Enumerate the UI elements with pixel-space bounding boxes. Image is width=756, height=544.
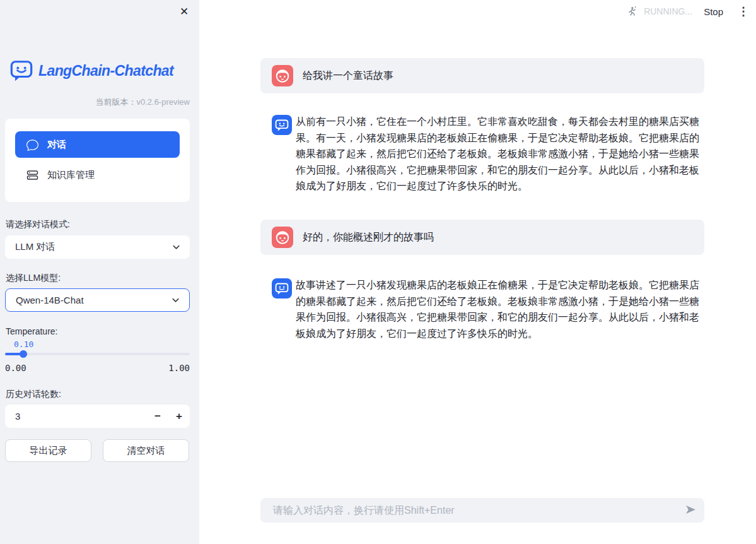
sidebar-item-knowledge-base[interactable]: 知识库管理 (15, 160, 180, 189)
send-button[interactable] (680, 500, 701, 521)
slider-max: 1.00 (168, 363, 190, 373)
chat-input-bar (260, 498, 704, 523)
status-text: RUNNING... (644, 6, 692, 16)
message-text: 故事讲述了一只小猪发现糖果店的老板娘正在偷糖果，于是它决定帮助老板娘。它把糖果店… (296, 277, 703, 341)
assistant-avatar-icon (272, 115, 292, 135)
menu-item-label: 对话 (47, 139, 66, 151)
chevron-down-icon (171, 295, 180, 305)
llm-model-label: 选择LLM模型: (6, 273, 61, 284)
increment-button[interactable]: + (168, 405, 190, 428)
sidebar: ✕ LangChain-Chatchat 当前版本：v0.2.6-preview (0, 0, 199, 544)
user-message: 好的，你能概述刚才的故事吗 (260, 220, 704, 255)
app-title: LangChain-Chatchat (38, 62, 173, 80)
message-text: 给我讲一个童话故事 (303, 68, 393, 84)
send-icon (684, 503, 697, 518)
decrement-button[interactable]: − (147, 405, 168, 428)
history-rounds-label: 历史对话轮数: (6, 389, 61, 400)
user-message: 给我讲一个童话故事 (260, 58, 704, 93)
message-text: 从前有一只小猪，它住在一个小村庄里。它非常喜欢吃甜食，每天都会去村里的糖果店买糖… (296, 114, 703, 194)
chat-input[interactable] (260, 498, 664, 523)
close-sidebar-button[interactable]: ✕ (177, 5, 191, 19)
main-area: RUNNING... Stop ⋮ 给我讲一个童话故事 (199, 0, 756, 544)
assistant-avatar-icon (272, 278, 292, 299)
chevron-down-icon (172, 242, 181, 252)
version-value: v0.2.6-preview (136, 97, 190, 107)
slider-min: 0.00 (5, 363, 26, 373)
temperature-slider-value: 0.10 (14, 340, 33, 349)
chat-history: 给我讲一个童话故事 从前有一只小猪，它住在一个小村庄里。它非常喜欢吃甜食，每天都… (260, 58, 704, 367)
dialogue-mode-value: LLM 对话 (15, 241, 55, 253)
history-rounds-stepper: − + (5, 405, 190, 428)
slider-track[interactable] (5, 353, 190, 355)
llm-model-select[interactable]: Qwen-14B-Chat (5, 288, 190, 312)
app-window: ✕ LangChain-Chatchat 当前版本：v0.2.6-preview (0, 0, 756, 544)
app-logo: LangChain-Chatchat (9, 59, 173, 83)
slider-range: 0.00 1.00 (5, 363, 190, 373)
chat-bubble-icon (26, 139, 38, 151)
dialogue-mode-label: 请选择对话模式: (6, 219, 70, 230)
status-toolbar: RUNNING... Stop ⋮ (626, 0, 756, 23)
user-avatar-icon (272, 227, 293, 248)
slider-thumb[interactable] (20, 350, 27, 358)
sidebar-item-dialogue[interactable]: 对话 (15, 131, 180, 158)
close-icon: ✕ (180, 6, 189, 18)
nav-menu: 对话 知识库管理 (5, 119, 190, 202)
temperature-slider[interactable] (5, 350, 190, 358)
version-info: 当前版本：v0.2.6-preview (95, 97, 190, 108)
assistant-message: 从前有一只小猪，它住在一个小村庄里。它非常喜欢吃甜食，每天都会去村里的糖果店买糖… (260, 114, 704, 194)
export-records-button[interactable]: 导出记录 (5, 439, 91, 462)
assistant-message: 故事讲述了一只小猪发现糖果店的老板娘正在偷糖果，于是它决定帮助老板娘。它把糖果店… (260, 277, 704, 341)
chatchat-logo-icon (9, 59, 33, 83)
version-label: 当前版本： (95, 97, 136, 107)
message-text: 好的，你能概述刚才的故事吗 (303, 229, 434, 245)
sidebar-actions: 导出记录 清空对话 (5, 439, 190, 462)
clear-dialogue-button[interactable]: 清空对话 (103, 439, 189, 462)
menu-item-label: 知识库管理 (47, 169, 95, 181)
history-rounds-value[interactable] (5, 405, 147, 428)
llm-model-value: Qwen-14B-Chat (16, 295, 84, 305)
dialogue-mode-select[interactable]: LLM 对话 (5, 235, 190, 259)
running-man-icon (626, 6, 638, 18)
temperature-label: Temperature: (6, 326, 57, 336)
stop-button[interactable]: Stop (704, 6, 723, 17)
kebab-menu-icon[interactable]: ⋮ (737, 4, 750, 18)
database-icon (26, 169, 38, 181)
user-avatar-icon (272, 65, 293, 86)
